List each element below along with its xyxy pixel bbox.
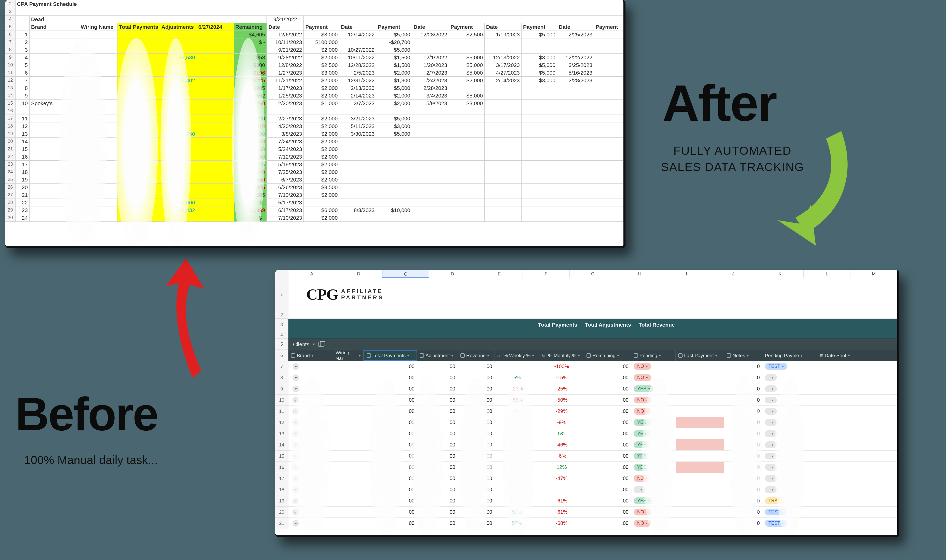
after-spreadsheet: ABCDEFGHIJKLM 1 CPG AFFILIATEPARTNERS 2 … (275, 270, 900, 537)
table-row[interactable]: 00000000 0 (289, 484, 897, 495)
column-letter[interactable]: J (710, 270, 757, 278)
dropdown-icon[interactable] (293, 408, 299, 415)
column-letter[interactable]: D (429, 270, 476, 278)
hdr-brand[interactable]: Brand▾ (289, 350, 333, 361)
logo-main: CPG (306, 285, 338, 303)
before-table: 2CPA Payment Schedule34Dead9/21/20225Bra… (5, 0, 623, 222)
fx-icon: fx (542, 353, 546, 358)
dropdown-icon[interactable] (293, 486, 299, 493)
table-row[interactable]: 000000150%-61%00YES0TRAFFIC (289, 495, 897, 506)
before-spreadsheet: 2CPA Payment Schedule34Dead9/21/20225Bra… (5, 0, 625, 248)
table-row[interactable]: 000000-7%12%00YES0 (289, 462, 897, 473)
fx-icon: fx (497, 353, 502, 358)
dropdown-icon[interactable] (293, 397, 299, 403)
table-row[interactable]: 000000-23%-25%00YES0 (289, 383, 897, 395)
hdr-pending-payment[interactable]: Pending Payme▾ (762, 350, 817, 361)
hdr-remaining[interactable]: Remaining▾ (584, 350, 631, 361)
table-row[interactable]: 000000-2%-29%00NO0 (289, 406, 897, 417)
after-title: After (662, 74, 776, 132)
logo-row: CPG AFFILIATEPARTNERS (289, 278, 897, 311)
column-header-bar[interactable]: ABCDEFGHIJKLM (289, 270, 897, 278)
dropdown-icon[interactable] (293, 386, 299, 392)
column-definition-bar[interactable]: Brand▾ Wiring Nar▾ Total Payments▾ Adjus… (289, 350, 897, 361)
column-letter[interactable]: L (804, 270, 850, 278)
dropdown-icon[interactable] (293, 419, 299, 426)
dropdown-icon[interactable] (293, 509, 299, 515)
clients-bar[interactable]: Clients▾ (289, 338, 897, 350)
table-row[interactable]: 000000-60%-46%00YES0 (289, 439, 897, 451)
table-row[interactable]: 000000-100%00NO0TEST (289, 361, 897, 372)
column-letter[interactable]: I (663, 270, 710, 278)
hdr-weekly[interactable]: fx% Weekly %▾ (495, 350, 539, 361)
link-icon (727, 353, 731, 358)
hdr-wiring[interactable]: Wiring Nar▾ (333, 350, 364, 361)
link-icon (634, 353, 638, 358)
column-letter[interactable]: G (570, 270, 617, 278)
link-icon (460, 353, 465, 358)
dropdown-icon[interactable] (293, 520, 299, 527)
link-icon (586, 353, 591, 358)
before-subtitle: 100% Manual daily task... (24, 453, 158, 467)
hdr-pending[interactable]: Pending▾ (631, 350, 676, 361)
column-letter[interactable]: C (382, 270, 429, 278)
table-row[interactable]: 000000-58%-50%00NO0 (289, 395, 897, 406)
column-letter[interactable]: F (523, 270, 570, 278)
hdr-total-payments[interactable]: Total Payments▾ (364, 350, 417, 361)
table-row[interactable]: 00000050%-61%00NO0TEST (289, 506, 897, 518)
dropdown-icon[interactable] (293, 453, 299, 460)
table-row[interactable]: 000000-39%-47%00NO0 (289, 473, 897, 484)
table-row[interactable]: 00000037%-6%00YES0 (289, 451, 897, 462)
hdr-adjustment[interactable]: Adjustment▾ (417, 350, 458, 361)
column-letter[interactable]: B (335, 270, 382, 278)
after-subtitle: FULLY AUTOMATEDSALES DATA TRACKING (653, 143, 812, 175)
copy-icon[interactable] (318, 342, 324, 347)
column-letter[interactable]: M (850, 270, 897, 278)
link-icon (420, 353, 424, 358)
dropdown-icon[interactable] (293, 363, 299, 370)
table-row[interactable]: 000000-36%5%00YES0 (289, 428, 897, 439)
hdr-last-payment[interactable]: Last Payment▾ (676, 350, 724, 361)
chevron-down-icon: ▾ (313, 342, 315, 347)
link-icon (367, 353, 371, 358)
dropdown-icon[interactable] (293, 442, 299, 448)
hdr-revenue[interactable]: Revenue▾ (458, 350, 495, 361)
totals-bar: Total Payments Total Adjustments Total R… (289, 319, 897, 331)
hdr-monthly[interactable]: fx% Monthly %▾ (539, 350, 584, 361)
hdr-date-sent[interactable]: ▦Date Sent▾ (817, 350, 855, 361)
column-letter[interactable]: A (289, 270, 335, 278)
table-row[interactable]: 00000057%-68%00NO0TEST (289, 518, 897, 529)
red-arrow-icon (148, 258, 214, 393)
before-title: Before (15, 387, 158, 441)
logo-sub: AFFILIATEPARTNERS (341, 288, 384, 300)
dropdown-icon[interactable] (293, 374, 299, 381)
dropdown-icon[interactable] (293, 464, 299, 471)
column-letter[interactable]: H (616, 270, 663, 278)
column-letter[interactable]: E (476, 270, 523, 278)
column-letter[interactable]: K (757, 270, 804, 278)
table-row[interactable]: 00000043%-9%00YES0 (289, 417, 897, 428)
link-icon (291, 353, 295, 358)
dropdown-icon[interactable] (293, 431, 299, 437)
dropdown-icon[interactable] (293, 498, 299, 504)
link-icon (678, 353, 682, 358)
hdr-notes[interactable]: Notes▾ (724, 350, 762, 361)
dropdown-icon[interactable] (293, 475, 299, 482)
table-row[interactable]: 0000005%-15%00NO0 (289, 372, 897, 383)
